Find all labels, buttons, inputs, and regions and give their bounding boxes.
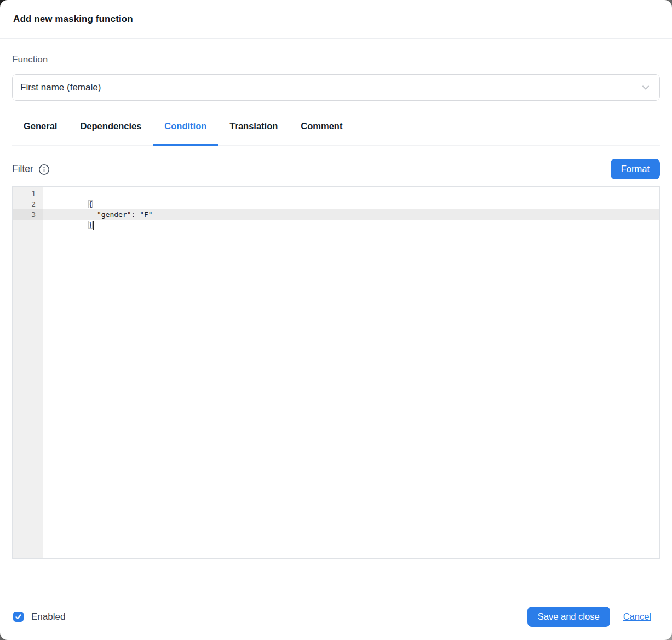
enabled-checkbox[interactable] xyxy=(13,612,24,622)
cancel-link[interactable]: Cancel xyxy=(623,612,651,622)
line-number: 2 xyxy=(13,199,43,209)
footer-actions: Save and close Cancel xyxy=(527,607,651,627)
tab-dependencies[interactable]: Dependencies xyxy=(68,121,153,146)
tab-condition[interactable]: Condition xyxy=(153,121,218,146)
editor-code-area[interactable]: { "gender": "F" } xyxy=(43,187,659,558)
enabled-checkbox-row[interactable]: Enabled xyxy=(13,612,65,622)
code-line: "gender": "F" xyxy=(43,199,659,209)
filter-row: Filter Format xyxy=(12,159,660,179)
dialog-footer: Enabled Save and close Cancel xyxy=(0,593,672,640)
dialog-title: Add new masking function xyxy=(13,14,133,25)
open-brace: { xyxy=(88,200,93,208)
function-select-value: First name (female) xyxy=(13,82,631,93)
tab-comment[interactable]: Comment xyxy=(289,121,354,146)
dialog-header: Add new masking function xyxy=(0,0,672,39)
enabled-label: Enabled xyxy=(31,612,65,622)
editor-gutter: 1 2 3 xyxy=(13,187,43,558)
condition-code-editor[interactable]: 1 2 3 { "gender": "F" } xyxy=(12,186,660,559)
info-icon[interactable] xyxy=(38,164,50,175)
code-text: "gender": "F" xyxy=(88,210,152,219)
function-select[interactable]: First name (female) xyxy=(12,74,660,101)
line-number: 1 xyxy=(13,188,43,199)
filter-label: Filter xyxy=(12,163,33,175)
tab-general[interactable]: General xyxy=(12,121,68,146)
line-number-active: 3 xyxy=(13,209,43,220)
dialog-body: Function First name (female) General Dep… xyxy=(0,39,672,593)
function-label: Function xyxy=(12,54,660,65)
chevron-down-icon[interactable] xyxy=(631,82,659,93)
text-cursor xyxy=(93,221,94,230)
close-brace: } xyxy=(88,221,93,229)
code-line: { xyxy=(43,188,659,199)
add-masking-function-dialog: Add new masking function Function First … xyxy=(0,0,672,640)
tab-bar: General Dependencies Condition Translati… xyxy=(12,121,660,146)
filter-label-wrap: Filter xyxy=(12,163,50,175)
save-and-close-button[interactable]: Save and close xyxy=(527,607,610,627)
format-button[interactable]: Format xyxy=(611,159,660,179)
tab-translation[interactable]: Translation xyxy=(218,121,289,146)
